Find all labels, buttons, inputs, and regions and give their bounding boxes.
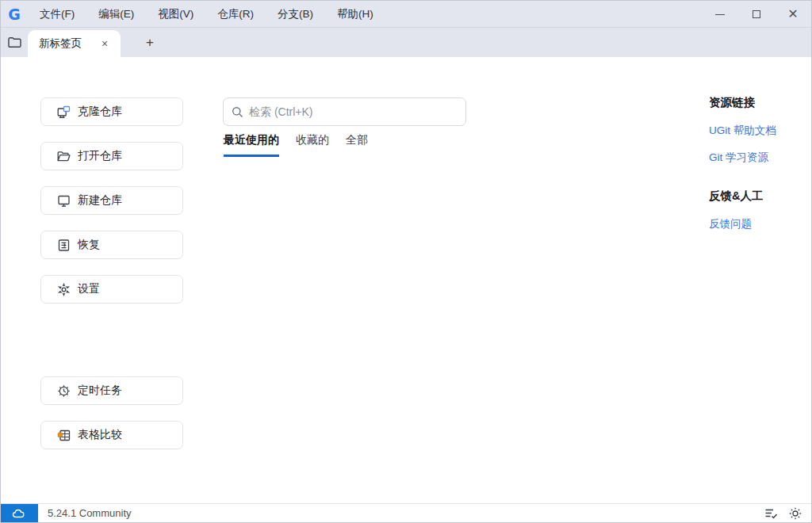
window-controls: ✕ [702,2,811,27]
scheduled-task-label: 定时任务 [78,384,122,398]
clone-repo-icon [57,105,71,119]
search-input[interactable] [249,105,458,118]
app-window: G 文件(F) 编辑(E) 视图(V) 仓库(R) 分支(B) 帮助(H) ✕ … [0,0,812,523]
menu-bar: 文件(F) 编辑(E) 视图(V) 仓库(R) 分支(B) 帮助(H) [28,2,385,27]
link-feedback-issue[interactable]: 反馈问题 [709,217,804,231]
menu-repo[interactable]: 仓库(R) [205,2,266,27]
repo-list-button[interactable] [1,28,28,57]
settings-label: 设置 [78,282,100,296]
scheduled-task-button[interactable]: 定时任务 [40,376,183,405]
new-tab-button[interactable]: + [138,32,162,54]
theme-light-icon[interactable] [789,507,802,520]
link-git-learning[interactable]: Git 学习资源 [709,151,804,165]
search-icon [232,106,243,118]
sidebar-spacer [40,319,183,376]
gear-icon [57,283,71,296]
minimize-icon [715,14,725,15]
close-button[interactable]: ✕ [775,2,811,27]
restore-button[interactable]: 恢复 [40,231,183,259]
clone-repo-label: 克隆仓库 [78,105,122,119]
right-panel: 资源链接 UGit 帮助文档 Git 学习资源 反馈&人工 反馈问题 [709,95,804,244]
open-folder-icon [57,151,71,162]
menu-view[interactable]: 视图(V) [146,2,205,27]
repo-list-tabs: 最近使用的 收藏的 全部 [224,133,368,157]
table-compare-button[interactable]: 表格比较 [40,421,183,449]
status-bar: 5.24.1 Community [1,503,811,522]
menu-help[interactable]: 帮助(H) [325,2,385,27]
new-repo-button[interactable]: 新建仓库 [40,186,183,215]
open-repo-button[interactable]: 打开仓库 [40,142,183,170]
tab-close-icon[interactable]: × [97,36,113,52]
scheduled-task-icon [57,384,71,398]
version-label: 5.24.1 Community [48,507,132,519]
restore-label: 恢复 [78,238,100,252]
panel-gap [709,178,804,189]
feedback-heading: 反馈&人工 [709,189,804,204]
folder-icon [8,36,21,48]
main-content: 克隆仓库 打开仓库 新建仓库 [1,57,811,505]
app-logo-icon: G [1,2,28,28]
tab-all[interactable]: 全部 [346,133,368,157]
tab-new-tab-page[interactable]: 新标签页 × [28,30,121,57]
table-compare-label: 表格比较 [78,428,122,442]
maximize-button[interactable] [738,2,775,27]
minimize-button[interactable] [702,2,738,27]
resources-heading: 资源链接 [709,95,804,110]
settings-button[interactable]: 设置 [40,275,183,303]
search-box [223,97,466,126]
tab-label: 新标签页 [39,36,97,51]
open-repo-label: 打开仓库 [78,149,122,163]
sidebar-actions: 克隆仓库 打开仓库 新建仓库 [40,97,183,465]
status-icons [764,507,811,520]
tab-recently-used[interactable]: 最近使用的 [224,133,279,157]
cloud-icon [12,508,27,518]
menu-edit[interactable]: 编辑(E) [86,2,146,27]
restore-icon [57,239,71,252]
menu-branch[interactable]: 分支(B) [266,2,325,27]
cloud-sync-button[interactable] [1,504,38,522]
maximize-icon [753,10,760,18]
title-bar: G 文件(F) 编辑(E) 视图(V) 仓库(R) 分支(B) 帮助(H) ✕ [1,1,811,27]
link-ugit-help-docs[interactable]: UGit 帮助文档 [709,124,804,138]
menu-file[interactable]: 文件(F) [28,2,86,27]
table-compare-icon [57,429,71,442]
tab-bar: 新标签页 × + [1,27,811,57]
task-list-icon[interactable] [764,508,778,519]
new-repo-label: 新建仓库 [78,193,122,208]
new-repo-icon [57,194,71,208]
clone-repo-button[interactable]: 克隆仓库 [40,97,183,126]
close-icon: ✕ [787,8,798,21]
tab-favorites[interactable]: 收藏的 [296,133,329,157]
